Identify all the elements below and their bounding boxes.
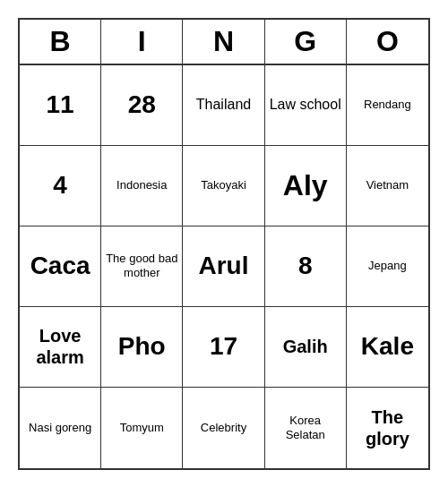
bingo-cell: Takoyaki [183,146,264,226]
bingo-cell: The glory [347,388,428,468]
bingo-cell: Rendang [347,65,428,146]
bingo-cell: Vietnam [347,146,428,226]
header-letter: B [20,20,101,64]
bingo-cell: 8 [265,226,347,307]
bingo-cell: Thailand [183,65,264,146]
bingo-cell: Celebrity [183,388,264,468]
bingo-cell: Galih [265,307,347,388]
bingo-cell: 11 [20,65,101,146]
bingo-cell: 28 [101,65,183,146]
bingo-cell: 17 [183,307,264,388]
bingo-cell: Korea Selatan [265,388,347,468]
bingo-cell: Jepang [347,226,428,307]
header-letter: I [101,20,183,64]
bingo-cell: Nasi goreng [20,388,101,468]
bingo-grid: 1128ThailandLaw schoolRendang4IndonesiaT… [20,65,428,468]
bingo-cell: Tomyum [101,388,183,468]
header-letter: O [347,20,428,64]
bingo-cell: Indonesia [101,146,183,226]
bingo-cell: Kale [347,307,428,388]
bingo-header: BINGO [20,20,428,65]
bingo-cell: Aly [265,146,347,226]
header-letter: N [183,20,264,64]
bingo-card: BINGO 1128ThailandLaw schoolRendang4Indo… [18,18,430,470]
header-letter: G [265,20,347,64]
bingo-cell: The good bad mother [101,226,183,307]
bingo-cell: 4 [20,146,101,226]
bingo-cell: Arul [183,226,264,307]
bingo-cell: Pho [101,307,183,388]
bingo-cell: Caca [20,226,101,307]
bingo-cell: Love alarm [20,307,101,388]
bingo-cell: Law school [265,65,347,146]
